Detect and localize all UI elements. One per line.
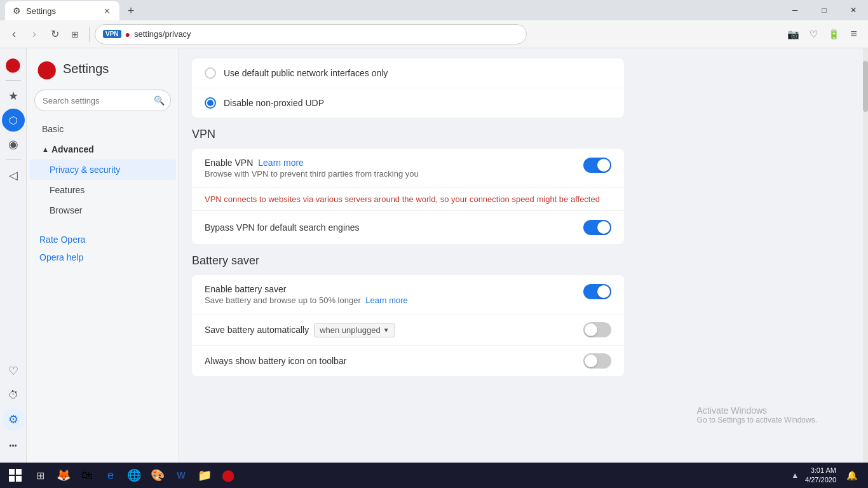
- menu-icon[interactable]: ≡: [845, 25, 863, 43]
- sidebar-icon-clock[interactable]: ⏱: [2, 384, 25, 407]
- svg-rect-0: [9, 469, 15, 475]
- taskbar-word[interactable]: W: [170, 464, 193, 487]
- battery-enable-label: Enable battery saver: [205, 284, 408, 294]
- taskbar-paint[interactable]: 🎨: [146, 464, 169, 487]
- browser-tab[interactable]: ⚙ Settings ✕: [5, 1, 119, 20]
- forward-button[interactable]: ›: [25, 25, 43, 43]
- taskbar-search[interactable]: ⊞: [29, 464, 51, 487]
- toolbar-icon-label: Always show battery icon on toolbar: [205, 356, 346, 366]
- sidebar-item-features[interactable]: Features: [29, 180, 176, 200]
- maximize-button[interactable]: □: [810, 0, 839, 20]
- sidebar-item-advanced[interactable]: ▲ Advanced: [29, 139, 176, 159]
- save-auto-label: Save battery automatically: [205, 325, 309, 335]
- battery-section-label: Battery saver: [192, 254, 624, 268]
- vpn-enable-label: Enable VPN: [205, 158, 253, 168]
- vpn-toggle[interactable]: [583, 158, 611, 173]
- taskbar-edge[interactable]: e: [99, 464, 122, 487]
- search-icon: 🔍: [154, 95, 165, 105]
- battery-auto-toggle[interactable]: [583, 322, 611, 337]
- taskbar: ⊞ 🦊 🛍 e 🌐 🎨 W 📁 ⬤ ▲ 3:01 AM 4/27/2020 🔔: [0, 463, 868, 488]
- option-row-default[interactable]: Use default public network interfaces on…: [192, 58, 624, 88]
- minimize-button[interactable]: ─: [780, 0, 810, 20]
- clock-display[interactable]: 3:01 AM 4/27/2020: [801, 466, 840, 485]
- vpn-learn-more-link[interactable]: Learn more: [258, 158, 304, 168]
- sidebar-icon-history[interactable]: ◁: [2, 164, 25, 187]
- search-settings-input[interactable]: [34, 90, 171, 111]
- reload-button[interactable]: ↻: [46, 25, 64, 43]
- vpn-description: Browse with VPN to prevent third parties…: [205, 169, 419, 179]
- settings-heading: Settings: [63, 62, 109, 76]
- opera-logo-icon: ⬤: [37, 58, 57, 79]
- sidebar-icon-opera[interactable]: ⬤: [2, 53, 25, 76]
- camera-icon[interactable]: 📷: [784, 25, 802, 43]
- battery-toolbar-row: Always show battery icon on toolbar: [192, 346, 624, 376]
- battery-toggle[interactable]: [583, 284, 611, 299]
- radio-disable-udp[interactable]: [205, 97, 216, 109]
- vpn-card: Enable VPN Learn more Browse with VPN to…: [192, 149, 624, 244]
- svg-rect-3: [16, 476, 22, 482]
- back-button[interactable]: ‹: [5, 25, 23, 43]
- tab-grid-button[interactable]: ⊞: [66, 25, 84, 43]
- sidebar-icon-whatsapp[interactable]: ◉: [2, 133, 25, 156]
- taskbar-opera[interactable]: ⬤: [217, 464, 240, 487]
- toolbar-icon-toggle[interactable]: [583, 353, 611, 369]
- sidebar-icon-bookmarks[interactable]: ♡: [2, 360, 25, 383]
- bypass-label: Bypass VPN for default search engines: [205, 222, 360, 233]
- battery-auto-row: Save battery automatically when unplugge…: [192, 315, 624, 346]
- scrollbar-track[interactable]: [863, 48, 868, 463]
- battery-learn-more-link[interactable]: Learn more: [365, 295, 407, 305]
- settings-sidebar: ⬤ Settings 🔍 Basic ▲ Advanced Privacy & …: [27, 48, 179, 463]
- settings-favicon: ⚙: [13, 6, 21, 16]
- battery-card: Enable battery saver Save battery and br…: [192, 275, 624, 376]
- taskbar-firefox[interactable]: 🦊: [52, 464, 75, 487]
- battery-description: Save battery and browse up to 50% longer: [205, 295, 361, 305]
- taskbar-store[interactable]: 🛍: [76, 464, 98, 487]
- opera-help-link[interactable]: Opera help: [27, 248, 179, 266]
- heart-icon[interactable]: ♡: [804, 25, 822, 43]
- dropdown-arrow-icon: ▼: [383, 327, 390, 334]
- opera-favicon-icon: ●: [125, 29, 130, 39]
- taskbar-explorer[interactable]: 📁: [193, 464, 216, 487]
- vpn-section-label: VPN: [192, 128, 624, 141]
- option-disable-udp-label: Disable non-proxied UDP: [224, 98, 324, 108]
- notification-icon: ▲: [791, 471, 799, 480]
- settings-title: ⬤ Settings: [27, 58, 179, 90]
- sidebar-icon-speed-dial[interactable]: ★: [2, 85, 25, 107]
- radio-default[interactable]: [205, 67, 216, 79]
- system-tray[interactable]: ▲: [791, 471, 799, 480]
- url-text[interactable]: settings/privacy: [134, 29, 191, 39]
- taskbar-chrome[interactable]: 🌐: [123, 464, 146, 487]
- activate-windows-watermark: Activate Windows Go to Settings to activ…: [697, 405, 817, 424]
- sidebar-icon-settings[interactable]: ⚙: [2, 408, 25, 431]
- sidebar-item-basic[interactable]: Basic: [29, 119, 176, 139]
- new-tab-button[interactable]: +: [122, 2, 140, 20]
- address-bar[interactable]: VPN ● settings/privacy: [95, 24, 527, 44]
- option-row-disable-udp[interactable]: Disable non-proxied UDP: [192, 88, 624, 118]
- bypass-toggle[interactable]: [583, 220, 611, 235]
- network-options-card: Use default public network interfaces on…: [192, 58, 624, 118]
- svg-rect-2: [9, 476, 15, 482]
- start-button[interactable]: [3, 463, 28, 488]
- option-default-label: Use default public network interfaces on…: [224, 68, 388, 78]
- sidebar-icon-messenger[interactable]: ⬡: [2, 109, 25, 132]
- vpn-main-row: Enable VPN Learn more Browse with VPN to…: [192, 149, 624, 188]
- battery-label-wrap: Enable battery saver Save battery and br…: [205, 284, 408, 305]
- collapse-icon: ▲: [42, 146, 49, 153]
- vpn-label-wrap: Enable VPN Learn more Browse with VPN to…: [205, 158, 419, 179]
- tab-title: Settings: [26, 6, 56, 16]
- notification-bell[interactable]: 🔔: [843, 466, 860, 484]
- window-controls: ─ □ ✕: [780, 0, 868, 20]
- rate-opera-link[interactable]: Rate Opera: [27, 231, 179, 248]
- sidebar-item-browser[interactable]: Browser: [29, 200, 176, 220]
- close-button[interactable]: ✕: [839, 0, 868, 20]
- scrollbar-thumb[interactable]: [863, 61, 868, 112]
- sidebar-item-privacy[interactable]: Privacy & security: [29, 159, 176, 180]
- when-unplugged-dropdown[interactable]: when unplugged ▼: [314, 323, 395, 337]
- vpn-bypass-row: Bypass VPN for default search engines: [192, 211, 624, 244]
- tab-close-icon[interactable]: ✕: [102, 6, 112, 16]
- sidebar-icon-panel: ⬤ ★ ⬡ ◉ ◁ ♡ ⏱ ⚙ •••: [0, 48, 27, 463]
- sidebar-icon-more[interactable]: •••: [2, 435, 25, 458]
- vpn-badge: VPN: [103, 30, 121, 38]
- battery-toolbar-icon[interactable]: 🔋: [825, 25, 843, 43]
- vpn-warning-text: VPN connects to websites via various ser…: [192, 188, 624, 211]
